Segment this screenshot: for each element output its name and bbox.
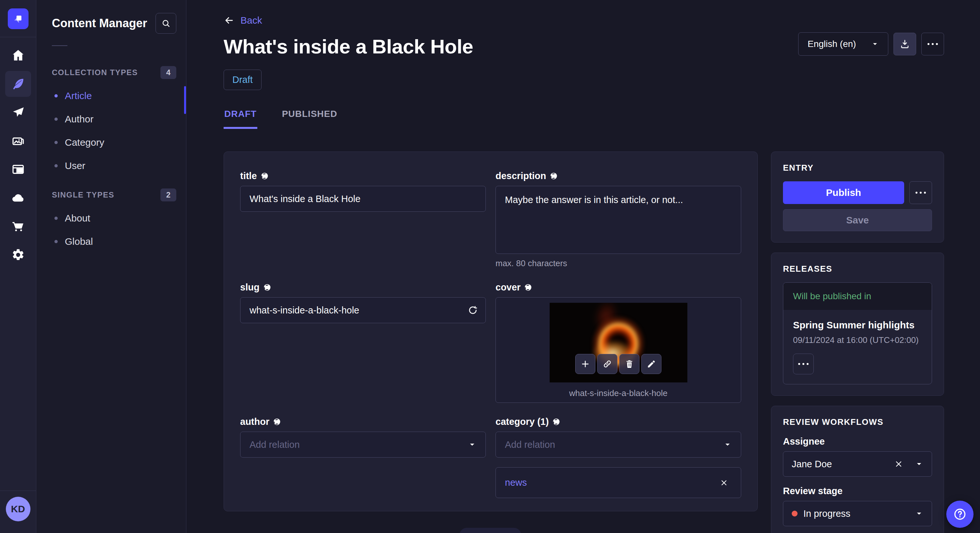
review-stage-select[interactable]: In progress xyxy=(783,501,932,526)
sidebar-header: Content Manager xyxy=(52,13,176,34)
stage-value: In progress xyxy=(803,508,850,519)
relation-link-news[interactable]: news xyxy=(505,477,527,488)
search-icon xyxy=(161,19,171,28)
close-icon xyxy=(720,479,728,487)
author-relation-select[interactable]: Add relation xyxy=(240,431,486,458)
help-fab[interactable] xyxy=(946,501,974,528)
entry-actions: Publish xyxy=(783,181,932,204)
save-button[interactable]: Save xyxy=(783,209,932,231)
single-types-header: SINGLE TYPES 2 xyxy=(52,189,176,201)
cover-label: cover xyxy=(495,282,741,293)
description-textarea[interactable]: Maybe the answer is in this article, or … xyxy=(495,186,741,254)
chevron-down-icon xyxy=(723,440,732,449)
arrow-left-icon xyxy=(224,15,235,26)
more-icon xyxy=(798,363,808,365)
sidebar-item-article[interactable]: Article xyxy=(52,84,176,108)
cover-filename: what-s-inside-a-black-hole xyxy=(569,388,667,398)
slug-label: slug xyxy=(240,282,486,293)
globe-icon xyxy=(524,283,533,292)
entry-more-button[interactable] xyxy=(909,181,932,204)
regenerate-icon xyxy=(468,305,478,316)
bullet-icon xyxy=(54,141,58,144)
back-label: Back xyxy=(240,15,262,26)
question-circle-icon xyxy=(953,507,967,521)
sidebar-item-user[interactable]: User xyxy=(52,154,176,178)
assignee-label: Assignee xyxy=(783,436,932,447)
media-library-icon[interactable] xyxy=(5,128,31,154)
category-label: category (1) xyxy=(495,416,741,427)
category-relation-select[interactable]: Add relation xyxy=(495,431,741,458)
active-item-indicator xyxy=(184,86,186,114)
globe-icon xyxy=(549,171,558,180)
sidebar-rule xyxy=(52,45,67,46)
sidebar-item-global[interactable]: Global xyxy=(52,230,176,253)
cart-icon[interactable] xyxy=(5,213,31,239)
slug-input[interactable] xyxy=(240,297,486,323)
title-input[interactable] xyxy=(240,186,486,212)
paper-plane-icon[interactable] xyxy=(5,99,31,125)
clear-assignee-button[interactable] xyxy=(891,456,907,472)
sidebar-item-category[interactable]: Category xyxy=(52,131,176,154)
releases-panel: RELEASES Will be published in Spring Sum… xyxy=(771,252,944,396)
remove-relation-button[interactable] xyxy=(716,475,732,490)
collection-types-count-badge: 4 xyxy=(161,66,176,79)
slug-field: slug xyxy=(240,282,486,403)
layout-icon[interactable] xyxy=(5,156,31,182)
assignee-select[interactable]: Jane Doe xyxy=(783,451,932,477)
feather-icon[interactable] xyxy=(5,71,31,97)
bullet-icon xyxy=(54,217,58,220)
description-field: description Maybe the answer is in this … xyxy=(495,171,741,268)
edit-icon xyxy=(646,359,656,369)
entry-side-panel: ENTRY Publish Save RELEASES Will be publ… xyxy=(771,152,944,533)
more-options-button[interactable] xyxy=(921,33,944,56)
search-button[interactable] xyxy=(156,13,176,34)
add-media-button[interactable] xyxy=(575,354,595,374)
entry-panel: ENTRY Publish Save xyxy=(771,152,944,243)
sidebar-item-label: About xyxy=(65,213,90,224)
sidebar-title: Content Manager xyxy=(52,16,147,30)
main-nav-rail: KD xyxy=(0,0,36,533)
title-field: title xyxy=(240,171,486,268)
chevron-down-icon xyxy=(915,460,923,468)
delete-media-button[interactable] xyxy=(619,354,640,374)
locale-select[interactable]: English (en) xyxy=(798,32,888,56)
cover-field: cover xyxy=(495,282,741,403)
release-more-button[interactable] xyxy=(793,354,814,374)
release-date: 09/11/2024 at 16:00 (UTC+02:00) xyxy=(793,335,922,345)
content-manager-sidebar: Content Manager COLLECTION TYPES 4 Artic… xyxy=(36,0,186,533)
title-label: title xyxy=(240,171,486,181)
description-helper: max. 80 characters xyxy=(495,259,741,268)
cloud-icon[interactable] xyxy=(5,185,31,211)
sidebar-item-author[interactable]: Author xyxy=(52,108,176,131)
sidebar-item-about[interactable]: About xyxy=(52,206,176,230)
publish-button[interactable]: Publish xyxy=(783,181,904,204)
copy-link-button[interactable] xyxy=(597,354,617,374)
edit-media-button[interactable] xyxy=(641,354,662,374)
back-link[interactable]: Back xyxy=(224,15,262,26)
single-types-list: About Global xyxy=(52,206,176,253)
home-icon[interactable] xyxy=(5,43,31,68)
regenerate-slug-button[interactable] xyxy=(463,300,482,320)
delete-icon xyxy=(625,359,634,369)
version-tabs: DRAFT PUBLISHED xyxy=(224,109,944,129)
rail-footer: KD xyxy=(0,490,36,533)
tab-published[interactable]: PUBLISHED xyxy=(281,109,338,129)
download-button[interactable] xyxy=(894,33,916,56)
release-body: Spring Summer highlights 09/11/2024 at 1… xyxy=(783,310,932,384)
author-placeholder: Add relation xyxy=(250,439,300,450)
edit-view-body: title description Maybe the answer is in… xyxy=(224,152,944,533)
strapi-logo[interactable] xyxy=(8,8,29,29)
bullet-icon xyxy=(54,164,58,167)
user-avatar[interactable]: KD xyxy=(6,497,30,521)
bullet-icon xyxy=(54,94,58,97)
assignee-value: Jane Doe xyxy=(792,459,891,470)
slug-input-wrap xyxy=(240,297,486,323)
settings-icon[interactable] xyxy=(5,242,31,268)
copy-link-icon xyxy=(603,359,612,369)
tab-draft[interactable]: DRAFT xyxy=(224,109,257,129)
locale-select-value: English (en) xyxy=(808,39,856,49)
single-types-label: SINGLE TYPES xyxy=(52,190,115,200)
sidebar-item-label: Article xyxy=(65,90,92,102)
chevron-down-icon xyxy=(871,40,879,48)
stage-status-dot xyxy=(792,511,797,517)
